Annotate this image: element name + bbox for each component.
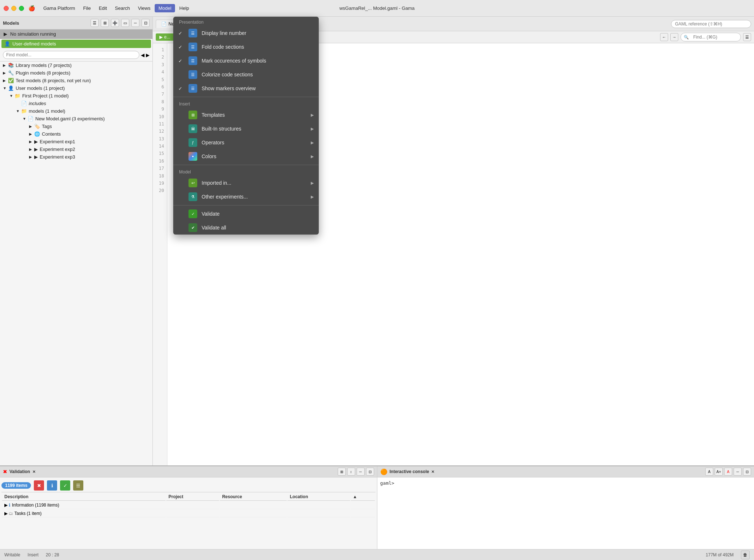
tree-tags[interactable]: ▶ 🏷️ Tags	[0, 123, 152, 130]
validation-content: 1199 items ✖ ℹ ✓ ☰ Description Project R…	[0, 477, 377, 549]
plugin-icon: 🔧	[8, 70, 14, 76]
console-btn2[interactable]: A+	[715, 468, 723, 476]
editor-fwd-btn[interactable]: →	[670, 33, 678, 41]
find-model-input[interactable]	[3, 51, 139, 59]
filter-info-btn[interactable]: ℹ	[47, 480, 57, 491]
filter-list-btn[interactable]: ☰	[73, 480, 83, 491]
validation-minimize-btn[interactable]: ─	[357, 468, 365, 476]
traffic-lights	[4, 6, 24, 11]
menu-item-other-experiments[interactable]: ✓ ⚗ Other experiments... ▶	[173, 190, 319, 204]
checkmark-display-line: ✓	[178, 31, 184, 36]
expand-icon[interactable]: ▶	[4, 511, 8, 516]
editor-list-btn[interactable]: ☰	[743, 33, 751, 41]
table-row[interactable]: ▶ ℹ Information (1198 items)	[2, 501, 375, 509]
console-btn3[interactable]: A	[724, 468, 732, 476]
run-label: e...	[164, 35, 170, 40]
gaml-reference-input[interactable]	[671, 20, 751, 28]
tree-first-project-label: First Project (1 model)	[22, 93, 69, 99]
menu-item-validate[interactable]: ✓ ✓ Validate	[173, 207, 319, 221]
expand-icon[interactable]: ▶	[4, 503, 8, 508]
menu-item-fold-code[interactable]: ✓ ☰ Fold code sections	[173, 40, 319, 54]
line-numbers: 12345 678910 1112131415 1617181920	[153, 43, 167, 465]
tree-library-models[interactable]: ▶ 📚 Library models (7 projects)	[0, 61, 152, 69]
menu-item-mark-occurrences[interactable]: ✓ ☰ Mark occurences of symbols	[173, 54, 319, 68]
tree-first-project[interactable]: ▼ 📁 First Project (1 model)	[0, 92, 152, 100]
menubar-item-edit[interactable]: Edit	[95, 4, 110, 12]
operators-arrow: ▶	[311, 140, 314, 145]
sidebar-btn-1[interactable]: ☰	[91, 19, 99, 27]
console-maximize-btn[interactable]: ⊡	[743, 468, 751, 476]
validation-btn1[interactable]: ⊞	[338, 468, 346, 476]
sidebar-btn-expand[interactable]: ⊡	[142, 19, 150, 27]
menu-item-validate-all[interactable]: ✓ ✔ Validate all	[173, 221, 319, 235]
model-section-header: Model	[173, 167, 319, 176]
fold-code-icon: ☰	[188, 43, 197, 51]
filter-ok-btn[interactable]: ✓	[60, 480, 70, 491]
run-button[interactable]: ▶ e...	[156, 33, 174, 41]
menu-item-colors[interactable]: ✓ ● Colors ▶	[173, 149, 319, 163]
play-icon: ▶	[4, 31, 7, 37]
maximize-button[interactable]	[19, 6, 24, 11]
menu-item-operators[interactable]: ✓ ƒ Operators ▶	[173, 136, 319, 149]
user-defined-models-bar[interactable]: 👤 User-defined models	[1, 40, 151, 48]
close-button[interactable]	[4, 6, 9, 11]
operators-label: Operators	[202, 140, 306, 145]
nav-fwd-btn[interactable]: ▶	[146, 52, 150, 58]
tree-exp3[interactable]: ▶ ▶ Experiment exp3	[0, 153, 152, 161]
menu-item-display-line-number[interactable]: ✓ ☰ Display line number	[173, 26, 319, 40]
sidebar-search: ◀ ▶	[0, 49, 152, 61]
minimize-button[interactable]	[11, 6, 16, 11]
console-close-icon[interactable]: ✕	[431, 469, 434, 474]
bottom-panels: ✖ Validation ✕ ⊞ ↕ ─ ⊡ 1199 items ✖ ℹ ✓ …	[0, 465, 754, 549]
menu-item-imported-in[interactable]: ✓ ↩ Imported in... ▶	[173, 176, 319, 190]
menu-item-show-markers[interactable]: ✓ ☰ Show markers overview	[173, 81, 319, 95]
tree-exp2[interactable]: ▶ ▶ Experiment exp2	[0, 145, 152, 153]
filter-error-btn[interactable]: ✖	[34, 480, 44, 491]
find-icon: 🔍	[684, 35, 689, 40]
nav-back-btn[interactable]: ◀	[141, 52, 144, 58]
sidebar-btn-minus[interactable]: ─	[131, 19, 139, 27]
status-writable: Writable	[4, 552, 20, 557]
exp1-icon: ▶	[34, 139, 38, 144]
console-content[interactable]: gaml>	[377, 477, 754, 549]
menubar-item-gama[interactable]: Gama Platform	[40, 4, 79, 12]
arrow-icon: ▼	[16, 109, 21, 113]
validation-close-icon[interactable]: ✕	[32, 469, 36, 474]
sidebar-btn-add[interactable]: ➕	[111, 19, 119, 27]
menubar-item-views[interactable]: Views	[134, 4, 154, 12]
sidebar-btn-2[interactable]: ⊞	[101, 19, 109, 27]
tree-models[interactable]: ▼ 📁 models (1 model)	[0, 107, 152, 115]
tree-includes[interactable]: ▶ 📄 includes	[0, 100, 152, 107]
menu-item-colorize[interactable]: ✓ ☰ Colorize code sections	[173, 68, 319, 81]
tree-plugin-models[interactable]: ▶ 🔧 Plugin models (8 projects)	[0, 69, 152, 77]
menubar-item-help[interactable]: Help	[176, 4, 193, 12]
menu-item-built-in[interactable]: ✓ 🏛 Built-In structures ▶	[173, 122, 319, 136]
builtin-arrow: ▶	[311, 127, 314, 131]
validation-btn2[interactable]: ↕	[347, 468, 355, 476]
gc-button[interactable]: 🗑	[741, 551, 750, 559]
sidebar-btn-collapse[interactable]: ▭	[121, 19, 129, 27]
tree-contents[interactable]: ▶ 🌐 Contents	[0, 130, 152, 138]
validation-error-icon: ✖	[3, 469, 7, 475]
menubar-item-search[interactable]: Search	[111, 4, 134, 12]
colors-label: Colors	[202, 153, 306, 159]
tree-new-model[interactable]: ▼ 📄 New Model.gaml (3 experiments)	[0, 115, 152, 123]
table-row[interactable]: ▶ 🗂 Tasks (1 item)	[2, 510, 375, 517]
editor-back-btn[interactable]: ←	[660, 33, 668, 41]
tree-exp1[interactable]: ▶ ▶ Experiment exp1	[0, 138, 152, 145]
tree-tags-label: Tags	[42, 124, 52, 129]
menubar-item-model[interactable]: Model	[155, 4, 175, 12]
find-input[interactable]	[690, 34, 738, 40]
tree-models-label: models (1 model)	[29, 108, 65, 114]
console-minimize-btn[interactable]: ─	[734, 468, 742, 476]
validation-maximize-btn[interactable]: ⊡	[366, 468, 374, 476]
menu-item-templates[interactable]: ✓ ⊞ Templates ▶	[173, 108, 319, 122]
validation-table: Description Project Resource Location ▲ …	[1, 492, 376, 518]
col-sort[interactable]: ▲	[351, 493, 375, 501]
console-btn1[interactable]: A	[705, 468, 713, 476]
col-location: Location	[287, 493, 350, 501]
tree-test-models[interactable]: ▶ ✅ Test models (8 projects, not yet run…	[0, 77, 152, 84]
tree-user-models[interactable]: ▼ 👤 User models (1 project)	[0, 84, 152, 92]
col-project: Project	[166, 493, 219, 501]
menubar-item-file[interactable]: File	[79, 4, 94, 12]
